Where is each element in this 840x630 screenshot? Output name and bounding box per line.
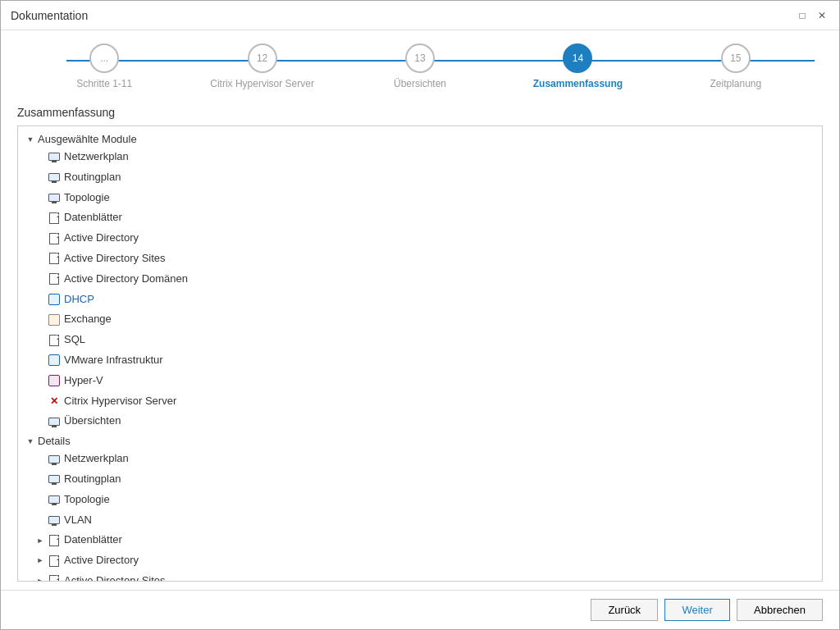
doc-icon [48,574,61,581]
list-item[interactable]: Topologie [18,188,822,208]
group-details[interactable]: ▼ Details [18,433,822,449]
group-label-details: Details [38,435,71,447]
section-title: Zusammenfassung [17,106,823,119]
content-area: Zusammenfassung ▼ Ausgewählte Module Net… [1,98,839,590]
step-label-13: Übersichten [394,78,446,89]
doc-icon [48,534,61,547]
monitor-icon [48,514,61,527]
chevron-down-icon: ▼ [25,436,36,447]
list-item[interactable]: DHCP [18,290,822,310]
list-item[interactable]: Active Directory Sites [18,249,822,269]
step-prev[interactable]: ... Schritte 1-11 [25,43,183,89]
vmware-icon [48,354,61,367]
group-selected-modules[interactable]: ▼ Ausgewählte Module [18,131,822,147]
monitor-icon [48,453,61,466]
chevron-right-icon: ► [34,535,46,546]
back-button[interactable]: Zurück [591,599,658,621]
title-bar: Dokumentation □ ✕ [1,1,839,30]
step-circle-13: 13 [405,43,435,73]
next-button[interactable]: Weiter [664,599,730,621]
doc-icon [48,252,61,265]
list-item[interactable]: ► Active Directory Sites [18,571,822,581]
tree-scroll[interactable]: ▼ Ausgewählte Module Netzwerkplan Routin… [18,126,822,581]
grid-icon [48,293,61,306]
list-item[interactable]: SQL [18,330,822,350]
list-item[interactable]: Routingplan [18,167,822,188]
doc-icon [48,272,61,285]
monitor-icon [48,472,61,486]
list-item[interactable]: ► Datenblätter [18,530,822,550]
x-icon: ✕ [48,395,61,408]
list-item[interactable]: Exchange [18,309,822,330]
minimize-button[interactable]: □ [795,8,810,23]
step-circle-prev: ... [89,43,119,73]
step-label-prev: Schritte 1-11 [76,78,132,89]
step-label-12: Citrix Hypervisor Server [210,78,314,89]
monitor-icon [48,493,61,506]
cancel-button[interactable]: Abbrechen [737,599,823,621]
main-window: Dokumentation □ ✕ ... Schritte 1-11 12 C… [0,0,840,630]
step-13[interactable]: 13 Übersichten [341,43,499,89]
monitor-icon [48,171,61,184]
list-item[interactable]: ► Active Directory [18,550,822,571]
doc-icon [48,212,61,225]
step-15[interactable]: 15 Zeitplanung [657,43,815,89]
monitor-icon [48,415,61,428]
window-controls: □ ✕ [795,8,829,23]
window-title: Dokumentation [11,9,88,22]
step-label-15: Zeitplanung [710,78,761,89]
list-item[interactable]: Datenblätter [18,208,822,228]
monitor-icon [48,191,61,204]
list-item[interactable]: Hyper-V [18,371,822,391]
step-label-14: Zusammenfassung [533,78,623,89]
list-item[interactable]: VLAN [18,510,822,531]
list-item[interactable]: ✕ Citrix Hypervisor Server [18,391,822,412]
step-14[interactable]: 14 Zusammenfassung [499,43,656,89]
footer: Zurück Weiter Abbrechen [1,590,839,629]
group-label-selected: Ausgewählte Module [38,133,137,145]
step-circle-14: 14 [563,43,592,73]
list-item[interactable]: Active Directory Domänen [18,269,822,290]
chevron-right-icon: ► [34,555,46,567]
chevron-down-icon: ▼ [25,134,36,145]
list-item[interactable]: VMware Infrastruktur [18,350,822,371]
hyperv-icon [48,374,61,387]
doc-icon [48,232,61,245]
list-item[interactable]: Netzwerkplan [18,449,822,469]
chevron-right-icon: ► [34,575,46,581]
monitor-icon [48,150,61,163]
list-item[interactable]: Topologie [18,490,822,510]
tree-panel: ▼ Ausgewählte Module Netzwerkplan Routin… [17,126,823,582]
wizard-steps: ... Schritte 1-11 12 Citrix Hypervisor S… [1,30,839,98]
exchange-icon [48,313,61,326]
list-item[interactable]: Netzwerkplan [18,147,822,167]
list-item[interactable]: Routingplan [18,469,822,490]
step-circle-12: 12 [248,43,277,73]
close-button[interactable]: ✕ [815,8,829,23]
list-item[interactable]: Übersichten [18,411,822,431]
doc-icon [48,555,61,568]
step-12[interactable]: 12 Citrix Hypervisor Server [183,43,340,89]
step-circle-15: 15 [721,43,751,73]
list-item[interactable]: Active Directory [18,228,822,249]
doc-icon [48,334,61,347]
